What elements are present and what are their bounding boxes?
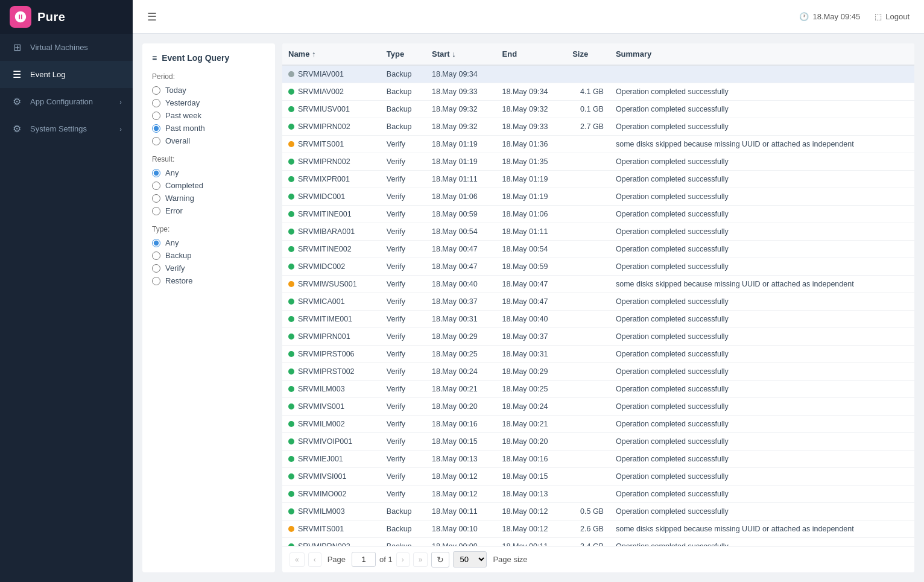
cell-name: SRVMITS001 xyxy=(282,136,381,153)
cell-size: 0.1 GB xyxy=(566,101,610,118)
cell-name: SRVMITINE001 xyxy=(282,206,381,223)
pagination: « ‹ Page of 1 › » ↻ 50 100 200 Page size xyxy=(282,546,914,572)
next-page-button[interactable]: › xyxy=(396,552,410,567)
col-name[interactable]: Name ↑ xyxy=(282,43,381,65)
cell-size xyxy=(566,311,610,328)
status-dot xyxy=(288,351,294,357)
page-size-select[interactable]: 50 100 200 xyxy=(453,551,487,568)
table-row[interactable]: SRVMIEJ001Verify18.May 00:1318.May 00:16… xyxy=(282,451,914,468)
table-row[interactable]: SRVMILM002Verify18.May 00:1618.May 00:21… xyxy=(282,416,914,433)
type-restore[interactable]: Restore xyxy=(152,276,265,285)
status-dot xyxy=(288,124,294,130)
table-row[interactable]: SRVMILM003Verify18.May 00:2118.May 00:25… xyxy=(282,381,914,398)
name-text: SRVMIXPR001 xyxy=(298,175,350,183)
table-row[interactable]: SRVMIVS001Verify18.May 00:2018.May 00:24… xyxy=(282,398,914,416)
event-table: Name ↑ Type Start ↓ End Size Summary SRV… xyxy=(282,43,914,546)
type-backup[interactable]: Backup xyxy=(152,251,265,260)
table-row[interactable]: SRVMIVOIP001Verify18.May 00:1518.May 00:… xyxy=(282,433,914,451)
cell-summary xyxy=(610,65,914,83)
refresh-button[interactable]: ↻ xyxy=(431,552,449,568)
cell-start: 18.May 01:19 xyxy=(426,153,496,171)
sidebar-item-system-settings[interactable]: ⚙ System Settings › xyxy=(0,115,133,142)
logout-icon: ⬚ xyxy=(875,12,882,21)
cell-size xyxy=(566,346,610,363)
cell-name: SRVMITIME001 xyxy=(282,311,381,328)
cell-start: 18.May 00:59 xyxy=(426,206,496,223)
cell-start: 18.May 00:37 xyxy=(426,293,496,311)
table-row[interactable]: SRVMIPRST006Verify18.May 00:2518.May 00:… xyxy=(282,346,914,363)
result-completed[interactable]: Completed xyxy=(152,181,265,190)
last-page-button[interactable]: » xyxy=(413,552,428,567)
cell-size xyxy=(566,293,610,311)
table-row[interactable]: SRVMIPRN002Verify18.May 01:1918.May 01:3… xyxy=(282,153,914,171)
cell-size xyxy=(566,328,610,346)
cell-start: 18.May 00:40 xyxy=(426,276,496,293)
name-text: SRVMIAV002 xyxy=(298,87,344,96)
cell-summary: Operation completed successfully xyxy=(610,363,914,381)
cell-start: 18.May 01:06 xyxy=(426,188,496,206)
cell-summary: Operation completed successfully xyxy=(610,101,914,118)
table-row[interactable]: SRVMILM003Backup18.May 00:1118.May 00:12… xyxy=(282,503,914,520)
sidebar-item-label: Event Log xyxy=(30,70,122,79)
table-wrapper[interactable]: Name ↑ Type Start ↓ End Size Summary SRV… xyxy=(282,43,914,546)
cell-type: Backup xyxy=(381,503,426,520)
hamburger-icon[interactable]: ☰ xyxy=(147,10,157,24)
status-dot xyxy=(288,334,294,340)
table-row[interactable]: SRVMIPRN001Verify18.May 00:2918.May 00:3… xyxy=(282,328,914,346)
cell-start: 18.May 09:33 xyxy=(426,83,496,101)
table-row[interactable]: SRVMIXPR001Verify18.May 01:1118.May 01:1… xyxy=(282,171,914,188)
table-row[interactable]: SRVMICA001Verify18.May 00:3718.May 00:47… xyxy=(282,293,914,311)
table-row[interactable]: SRVMIBARA001Verify18.May 00:5418.May 01:… xyxy=(282,223,914,241)
cell-summary: Operation completed successfully xyxy=(610,188,914,206)
period-today[interactable]: Today xyxy=(152,86,265,95)
table-row[interactable]: SRVMIWSUS001Verify18.May 00:4018.May 00:… xyxy=(282,276,914,293)
table-row[interactable]: SRVMITINE001Verify18.May 00:5918.May 01:… xyxy=(282,206,914,223)
table-row[interactable]: SRVMIPRST002Verify18.May 00:2418.May 00:… xyxy=(282,363,914,381)
result-warning[interactable]: Warning xyxy=(152,194,265,203)
period-yesterday[interactable]: Yesterday xyxy=(152,98,265,107)
period-past-month[interactable]: Past month xyxy=(152,124,265,133)
status-dot xyxy=(288,316,294,322)
col-size: Size xyxy=(566,43,610,65)
cell-start: 18.May 00:15 xyxy=(426,433,496,451)
period-past-week[interactable]: Past week xyxy=(152,111,265,120)
cell-summary: Operation completed successfully xyxy=(610,206,914,223)
prev-page-button[interactable]: ‹ xyxy=(308,552,321,567)
cell-summary: Operation completed successfully xyxy=(610,503,914,520)
result-error[interactable]: Error xyxy=(152,206,265,215)
table-row[interactable]: SRVMIDC002Verify18.May 00:4718.May 00:59… xyxy=(282,258,914,276)
sidebar-item-virtual-machines[interactable]: ⊞ Virtual Machines xyxy=(0,34,133,61)
cell-size xyxy=(566,206,610,223)
table-row[interactable]: SRVMIDC001Verify18.May 01:0618.May 01:19… xyxy=(282,188,914,206)
cell-end: 18.May 00:20 xyxy=(496,433,567,451)
first-page-button[interactable]: « xyxy=(290,552,305,567)
cell-type: Verify xyxy=(381,363,426,381)
table-row[interactable]: SRVMITIME001Verify18.May 00:3118.May 00:… xyxy=(282,311,914,328)
sidebar-item-app-configuration[interactable]: ⚙ App Configuration › xyxy=(0,88,133,115)
name-text: SRVMILM003 xyxy=(298,507,345,516)
logout-button[interactable]: ⬚ Logout xyxy=(875,12,910,21)
sliders-icon: ⚙ xyxy=(11,96,23,107)
table-row[interactable]: SRVMIAV002Backup18.May 09:3318.May 09:34… xyxy=(282,83,914,101)
col-start[interactable]: Start ↓ xyxy=(426,43,496,65)
page-number-input[interactable] xyxy=(352,552,376,567)
table-row[interactable]: SRVMIVSI001Verify18.May 00:1218.May 00:1… xyxy=(282,468,914,486)
table-panel: Name ↑ Type Start ↓ End Size Summary SRV… xyxy=(282,43,914,572)
table-row[interactable]: SRVMIUSV001Backup18.May 09:3218.May 09:3… xyxy=(282,101,914,118)
table-row[interactable]: SRVMIMO002Verify18.May 00:1218.May 00:13… xyxy=(282,486,914,503)
cell-summary: Operation completed successfully xyxy=(610,311,914,328)
table-row[interactable]: SRVMIPRN002Backup18.May 09:3218.May 09:3… xyxy=(282,118,914,136)
table-row[interactable]: SRVMITS001Backup18.May 00:1018.May 00:12… xyxy=(282,520,914,538)
period-overall[interactable]: Overall xyxy=(152,136,265,145)
type-any[interactable]: Any xyxy=(152,238,265,247)
table-row[interactable]: SRVMIPRN002Backup18.May 00:0918.May 00:1… xyxy=(282,538,914,546)
type-verify[interactable]: Verify xyxy=(152,264,265,273)
cell-start: 18.May 00:09 xyxy=(426,538,496,546)
sidebar-item-event-log[interactable]: ☰ Event Log xyxy=(0,61,133,88)
table-row[interactable]: SRVMITS001Verify18.May 01:1918.May 01:36… xyxy=(282,136,914,153)
result-any[interactable]: Any xyxy=(152,168,265,177)
table-row[interactable]: SRVMIAV001Backup18.May 09:34 xyxy=(282,65,914,83)
cell-type: Verify xyxy=(381,153,426,171)
cell-end: 18.May 00:21 xyxy=(496,416,567,433)
table-row[interactable]: SRVMITINE002Verify18.May 00:4718.May 00:… xyxy=(282,241,914,258)
